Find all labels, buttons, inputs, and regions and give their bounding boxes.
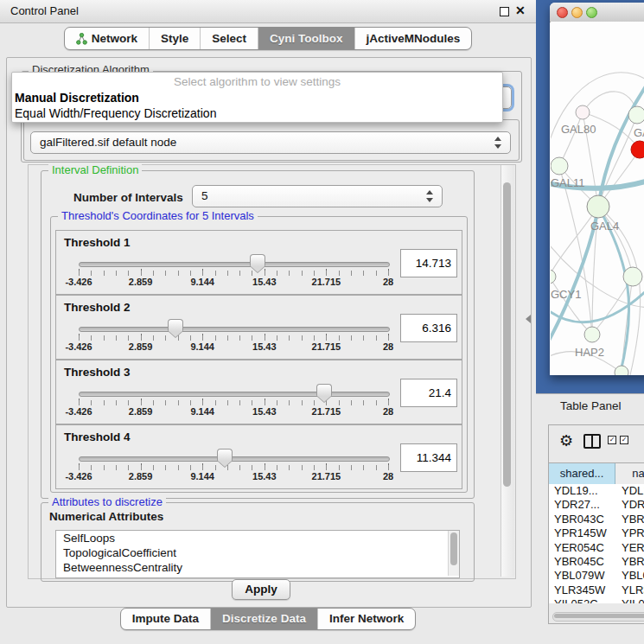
tick-label: 2.859: [129, 471, 153, 481]
node-hap2[interactable]: [584, 327, 600, 342]
list-item-betweennesscentrality[interactable]: BetweennessCentrality: [56, 560, 459, 575]
combo-spinner-icon: [494, 137, 502, 149]
cell: YBL079W: [549, 569, 622, 583]
tick-label: -3.426: [65, 471, 92, 481]
node-gal11[interactable]: [551, 157, 568, 175]
tab-infer-network[interactable]: Infer Network: [317, 609, 415, 629]
number-of-intervals-label: Number of Intervals: [73, 191, 183, 204]
table-row[interactable]: YIL052CYIL0: [549, 597, 644, 603]
table-row[interactable]: YBR045CYBR0: [549, 555, 644, 569]
threshold-2-slider[interactable]: [79, 327, 390, 332]
cell: YDL1: [622, 484, 644, 498]
table-row[interactable]: YDL19...YDL1: [549, 484, 644, 498]
tab-network-label: Network: [92, 28, 137, 49]
threshold-1-value-field[interactable]: 14.713: [400, 249, 457, 277]
panel-divider-handle[interactable]: [526, 315, 531, 323]
column-header-name[interactable]: na: [615, 463, 644, 484]
network-canvas[interactable]: GAL80 GA C GAL11 GAL4 GCY1 H HAP2: [551, 22, 644, 375]
tick-label: -3.426: [65, 277, 92, 287]
table-row[interactable]: YLR345WYLR3: [549, 583, 644, 597]
gear-icon[interactable]: ⚙: [559, 431, 573, 450]
close-icon[interactable]: ✕: [515, 3, 526, 17]
list-item-topologicalcoefficient[interactable]: TopologicalCoefficient: [56, 545, 459, 560]
scrollbar-thumb[interactable]: [554, 614, 644, 618]
cell: YER054C: [549, 541, 622, 555]
tab-cyni-toolbox[interactable]: Cyni Toolbox: [258, 28, 354, 49]
columns-icon[interactable]: [583, 434, 601, 449]
number-of-intervals-combobox[interactable]: 5: [192, 185, 443, 207]
tick-label: 2.859: [129, 406, 153, 417]
tab-network[interactable]: Network: [65, 28, 149, 49]
table-row[interactable]: YBR043CYBR0: [549, 513, 644, 526]
node-gcy1[interactable]: [551, 270, 556, 284]
list-scrollbar[interactable]: [448, 531, 459, 576]
tab-select[interactable]: Select: [200, 28, 258, 49]
node-gal80[interactable]: [576, 105, 590, 119]
node-label-gal11: GAL11: [551, 176, 585, 189]
threshold-3-slider[interactable]: [79, 392, 390, 397]
checkbox-icon[interactable]: ✓: [608, 436, 616, 444]
threshold-4-value-field[interactable]: 11.344: [400, 443, 457, 472]
tick-label: 28: [383, 471, 393, 481]
cell: YPR1: [622, 526, 644, 540]
tab-discretize-data[interactable]: Discretize Data: [210, 609, 317, 629]
threshold-3-value-field[interactable]: 21.4: [400, 379, 457, 407]
network-icon: [76, 33, 87, 45]
table-row[interactable]: YPR145WYPR1: [549, 526, 644, 540]
tab-jactivemnodules[interactable]: jActiveMNodules: [354, 28, 472, 49]
threshold-2-panel: Threshold 2 -3.426 2.859 9.144 15.43 21.…: [55, 295, 462, 360]
scrollbar-thumb[interactable]: [450, 532, 457, 565]
interval-definition-title: Interval Definition: [48, 163, 142, 176]
tab-impute-data[interactable]: Impute Data: [121, 609, 210, 629]
threshold-2-value-field[interactable]: 6.316: [400, 314, 457, 342]
tab-style[interactable]: Style: [149, 28, 200, 49]
slider-ticks: [79, 269, 389, 276]
tick-label: 9.144: [190, 277, 214, 287]
node-gal4[interactable]: [587, 195, 609, 218]
threshold-2-slider-thumb[interactable]: [168, 319, 183, 331]
threshold-1-slider-thumb[interactable]: [250, 254, 265, 266]
float-window-icon[interactable]: [500, 7, 509, 16]
table-data-combobox[interactable]: galFiltered.sif default node: [30, 131, 511, 154]
cell: YIL052C: [549, 597, 622, 603]
network-view-window: GAL80 GA C GAL11 GAL4 GCY1 H HAP2: [550, 3, 644, 375]
tick-label: 21.715: [312, 341, 341, 352]
window-zoom-button[interactable]: [586, 7, 597, 18]
cell: YDL19...: [549, 484, 622, 498]
threshold-4-slider[interactable]: [79, 456, 390, 462]
node-partial-top[interactable]: [628, 106, 644, 124]
vertical-scrollbar[interactable]: [501, 165, 514, 577]
network-window-titlebar: [550, 3, 644, 22]
popup-option-manual-discretization[interactable]: Manual Discretization: [12, 90, 502, 105]
popup-option-equal-width-frequency[interactable]: Equal Width/Frequency Discretization: [12, 105, 502, 121]
apply-button[interactable]: Apply: [232, 579, 290, 600]
table-row[interactable]: YDR27...YDR2: [549, 498, 644, 512]
tab-cyni-toolbox-label: Cyni Toolbox: [270, 28, 343, 49]
tab-style-label: Style: [161, 28, 188, 49]
node-bottom[interactable]: [615, 366, 628, 375]
table-row[interactable]: YER054CYER0: [549, 541, 644, 555]
window-minimize-button[interactable]: [571, 7, 583, 18]
checkbox-icon[interactable]: ✓: [620, 436, 628, 444]
horizontal-scrollbar[interactable]: [552, 612, 644, 622]
threshold-1-slider[interactable]: [79, 262, 390, 267]
threshold-3-panel: Threshold 3 -3.426 2.859 9.144 15.43 21.…: [55, 360, 462, 424]
cell: YLR3: [622, 583, 644, 597]
node-label-gcy1: GCY1: [551, 288, 581, 301]
table-row[interactable]: YBL079WYBL0: [549, 569, 644, 583]
tick-label: 28: [383, 341, 393, 352]
list-item-selfloops[interactable]: SelfLoops: [56, 531, 459, 545]
cell: YBR043C: [549, 513, 622, 526]
window-close-button[interactable]: [557, 7, 568, 18]
tick-label: 21.715: [312, 471, 341, 481]
cell: YDR2: [622, 498, 644, 512]
popup-placeholder-item: Select algorithm to view settings: [12, 74, 502, 90]
threshold-4-slider-thumb[interactable]: [217, 449, 233, 461]
column-header-shared[interactable]: shared...: [549, 463, 615, 484]
node-partial-right[interactable]: [623, 267, 642, 286]
node-selected-red[interactable]: [631, 141, 644, 158]
table-panel-title: Table Panel: [560, 399, 622, 412]
scrollbar-thumb[interactable]: [503, 182, 511, 487]
node-label-partial-top: GA: [634, 126, 644, 139]
threshold-3-slider-thumb[interactable]: [316, 384, 332, 396]
